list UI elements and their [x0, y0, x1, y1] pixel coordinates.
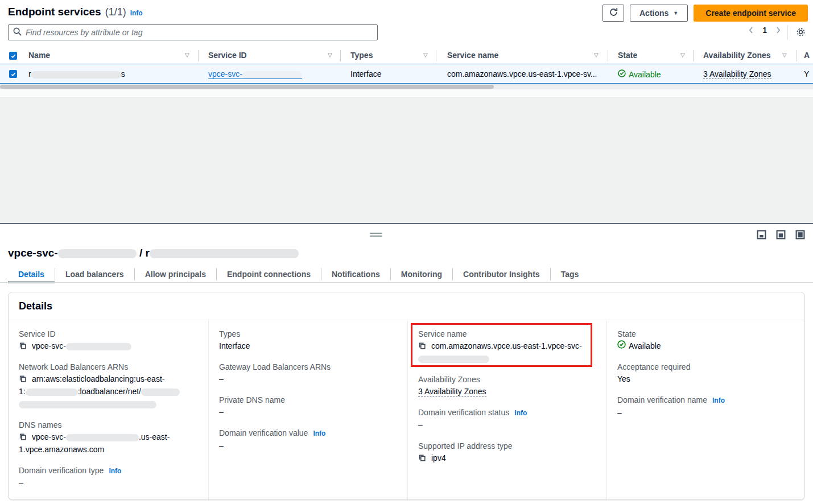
sort-icon[interactable]: ▽	[680, 52, 685, 58]
divider	[198, 50, 199, 61]
panel-size-large-icon[interactable]	[795, 230, 805, 239]
tab-bar: Details Load balancers Allow principals …	[8, 266, 589, 283]
copy-icon[interactable]	[19, 342, 27, 352]
divider	[608, 50, 608, 61]
column-header-service-id[interactable]: Service ID	[208, 51, 247, 60]
column-header-availability-zones[interactable]: Availability Zones	[703, 51, 771, 60]
divider	[787, 25, 788, 40]
tab-allow-principals[interactable]: Allow principals	[135, 266, 216, 283]
tab-load-balancers[interactable]: Load balancers	[55, 266, 134, 283]
sort-icon[interactable]: ▽	[185, 52, 189, 58]
field-glb-arns: Gateway Load Balancers ARNs –	[219, 361, 399, 385]
redacted-text	[242, 71, 302, 79]
availability-zones-popover-link[interactable]: 3 Availability Zones	[418, 387, 486, 396]
service-id-link[interactable]: vpce-svc-	[208, 69, 302, 79]
redacted-text	[150, 249, 299, 258]
search-icon	[13, 27, 22, 38]
row-checkbox[interactable]	[9, 70, 17, 78]
details-column-1: Service ID vpce-svc- Network Load Balanc…	[9, 320, 209, 499]
info-link[interactable]: Info	[514, 409, 527, 417]
tab-notifications[interactable]: Notifications	[321, 266, 390, 283]
state-cell: Available	[618, 69, 661, 79]
column-header-partial[interactable]: A	[804, 51, 810, 60]
tab-details[interactable]: Details	[8, 266, 55, 283]
tab-monitoring[interactable]: Monitoring	[391, 266, 452, 283]
chevron-down-icon: ▼	[673, 10, 678, 16]
details-column-3: Service name com.amazonaws.vpce.us-east-…	[408, 320, 607, 499]
previous-page-icon[interactable]	[748, 26, 754, 34]
tab-tags[interactable]: Tags	[551, 266, 589, 283]
pagination: 1	[748, 26, 782, 35]
card-title: Details	[19, 300, 52, 312]
check-circle-icon	[618, 69, 626, 79]
details-column-4: State Available Acceptance required Yes …	[607, 320, 804, 499]
field-state: State Available	[617, 328, 797, 352]
search-input[interactable]	[26, 28, 373, 37]
redacted-text	[19, 401, 156, 408]
field-acceptance-required: Acceptance required Yes	[617, 361, 797, 385]
field-nlb-arns: Network Load Balancers ARNs arn:aws:elas…	[19, 361, 200, 410]
column-header-state[interactable]: State	[618, 51, 637, 60]
column-header-name[interactable]: Name	[28, 51, 50, 60]
divider	[340, 50, 341, 61]
field-dns-names: DNS names vpce-svc-.us-east- 1.vpce.amaz…	[19, 419, 200, 456]
horizontal-scrollbar[interactable]	[0, 84, 813, 89]
preferences-gear-icon[interactable]	[795, 27, 806, 39]
divider	[436, 50, 436, 61]
table-row[interactable]: rs vpce-svc- Interface com.amazonaws.vpc…	[0, 64, 813, 84]
sort-icon[interactable]: ▽	[328, 52, 332, 58]
field-private-dns-name: Private DNS name –	[219, 394, 399, 418]
copy-icon[interactable]	[418, 455, 426, 464]
partial-cell: Y	[804, 69, 809, 79]
refresh-button[interactable]	[602, 5, 624, 22]
table-footer-strip	[0, 89, 813, 98]
panel-drag-handle-icon[interactable]	[370, 233, 382, 238]
column-header-types[interactable]: Types	[350, 51, 373, 60]
redacted-text	[58, 249, 137, 258]
page-title: Endpoint services	[8, 6, 101, 18]
actions-label: Actions	[639, 9, 668, 18]
availability-zones-popover-link[interactable]: 3 Availability Zones	[703, 69, 771, 79]
sort-icon[interactable]: ▽	[594, 52, 599, 58]
redacted-text	[418, 356, 489, 363]
title-info-link[interactable]: Info	[130, 9, 143, 17]
panel-size-medium-icon[interactable]	[776, 230, 786, 239]
copy-icon[interactable]	[19, 433, 27, 443]
copy-icon[interactable]	[19, 375, 27, 385]
field-domain-verification-value: Domain verification valueInfo –	[219, 427, 399, 452]
panel-size-small-icon[interactable]	[757, 230, 766, 239]
info-link[interactable]: Info	[712, 396, 725, 404]
field-domain-verification-name: Domain verification nameInfo –	[617, 394, 797, 419]
types-cell: Interface	[350, 69, 381, 79]
sort-icon[interactable]: ▽	[782, 52, 787, 58]
column-header-service-name[interactable]: Service name	[447, 51, 498, 60]
field-availability-zones: Availability Zones 3 Availability Zones	[418, 374, 599, 398]
field-types: Types Interface	[219, 328, 399, 352]
tab-endpoint-connections[interactable]: Endpoint connections	[217, 266, 321, 283]
sort-icon[interactable]: ▽	[423, 52, 428, 58]
details-card: Details Service ID vpce-svc- Network Loa…	[8, 292, 805, 500]
service-name-cell: com.amazonaws.vpce.us-east-1.vpce-sv...	[447, 69, 597, 79]
divider	[797, 50, 797, 61]
current-page[interactable]: 1	[762, 26, 767, 35]
create-endpoint-service-button[interactable]: Create endpoint service	[694, 5, 808, 22]
info-link[interactable]: Info	[313, 429, 325, 437]
copy-icon[interactable]	[418, 342, 426, 352]
endpoint-name-cell: rs	[28, 69, 125, 79]
info-link[interactable]: Info	[109, 467, 121, 475]
details-column-2: Types Interface Gateway Load Balancers A…	[209, 320, 408, 499]
resource-filter[interactable]	[8, 24, 378, 40]
divider	[693, 50, 694, 61]
select-all-checkbox[interactable]	[9, 52, 17, 60]
scrollbar-thumb[interactable]	[0, 85, 494, 89]
redacted-text	[31, 71, 121, 79]
content-background	[0, 98, 813, 223]
table-header: Name ▽ Service ID ▽ Types ▽ Service name…	[0, 48, 813, 64]
divider	[0, 282, 813, 283]
next-page-icon[interactable]	[775, 26, 782, 34]
actions-button[interactable]: Actions ▼	[630, 5, 688, 22]
field-service-id: Service ID vpce-svc-	[19, 328, 200, 352]
panel-title: vpce-svc- / r	[8, 247, 299, 259]
tab-contributor-insights[interactable]: Contributor Insights	[453, 266, 550, 283]
check-circle-icon	[617, 340, 626, 352]
